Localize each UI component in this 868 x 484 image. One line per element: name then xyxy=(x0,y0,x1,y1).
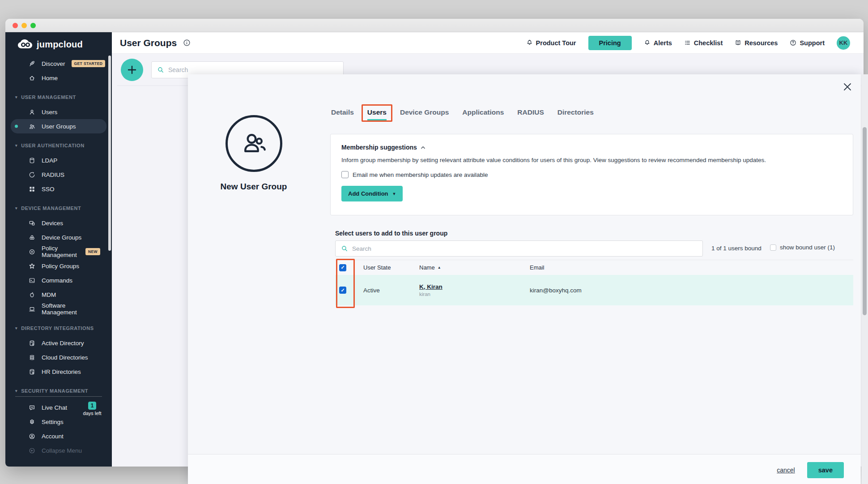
sidebar-item-label: Users xyxy=(42,109,57,116)
chevron-down-icon: ▾ xyxy=(15,389,17,393)
sidebar-section-directory-integrations[interactable]: ▾ DIRECTORY INTEGRATIONS xyxy=(5,321,112,336)
pricing-button[interactable]: Pricing xyxy=(588,36,632,50)
desktop: jumpcloud Discover GET STARTED Home ▾ U xyxy=(0,0,868,484)
close-icon[interactable] xyxy=(842,81,853,92)
sidebar-item-policy-groups[interactable]: Policy Groups xyxy=(11,259,106,273)
sidebar-divider xyxy=(15,396,102,397)
jumpcloud-logo[interactable]: jumpcloud xyxy=(17,39,83,50)
checklist-icon xyxy=(684,39,691,46)
email-updates-checkbox[interactable] xyxy=(341,171,349,178)
sidebar-item-ldap[interactable]: LDAP xyxy=(11,153,106,167)
groups-search-input[interactable] xyxy=(168,66,338,73)
scrollbar-thumb[interactable] xyxy=(863,127,867,315)
sidebar-item-software-management[interactable]: Software Management xyxy=(11,302,106,316)
rocket-icon xyxy=(29,60,35,67)
sidebar-item-label: Settings xyxy=(42,419,64,425)
select-all-checkbox[interactable]: ✓ xyxy=(339,264,346,271)
membership-suggestions-header[interactable]: Membership suggestions xyxy=(341,144,842,151)
close-window-button[interactable] xyxy=(13,23,18,28)
tab-radius[interactable]: RADIUS xyxy=(517,108,544,120)
directory-database-icon xyxy=(29,340,35,347)
sidebar-item-active-directory[interactable]: Active Directory xyxy=(11,336,106,350)
user-name-link[interactable]: K, Kiran xyxy=(419,283,443,290)
sidebar-item-radius[interactable]: RADIUS xyxy=(11,167,106,182)
tab-details[interactable]: Details xyxy=(331,108,354,120)
sidebar-scrollbar[interactable] xyxy=(108,56,111,251)
tab-users[interactable]: Users xyxy=(367,108,387,120)
cancel-button[interactable]: cancel xyxy=(777,467,795,474)
sort-ascending-icon: ▲ xyxy=(438,266,441,270)
radius-icon xyxy=(29,171,35,178)
sidebar-item-collapse-menu[interactable]: Collapse Menu xyxy=(11,443,106,458)
devices-icon xyxy=(29,220,35,227)
sidebar-item-device-groups[interactable]: Device Groups xyxy=(11,230,106,244)
sidebar-item-label: Devices xyxy=(42,220,63,227)
sidebar-item-devices[interactable]: Devices xyxy=(11,216,106,230)
sidebar-item-cloud-directories[interactable]: Cloud Directories xyxy=(11,350,106,364)
device-group-icon xyxy=(29,234,35,241)
tour-bell-icon xyxy=(526,39,533,46)
sidebar-item-label: RADIUS xyxy=(42,171,64,178)
sidebar-item-home[interactable]: Home xyxy=(11,71,106,85)
zoom-window-button[interactable] xyxy=(30,23,36,28)
cloud-logo-icon xyxy=(17,39,33,50)
add-condition-button[interactable]: Add Condition ▼ xyxy=(341,186,403,201)
column-email[interactable]: Email xyxy=(530,264,853,271)
tab-bar: Details Users Device Groups Applications… xyxy=(331,108,594,120)
sidebar-item-hr-directories[interactable]: HR Directories xyxy=(11,364,106,379)
users-bound-summary: 1 of 1 users bound xyxy=(711,245,762,252)
sidebar-item-users[interactable]: Users xyxy=(11,105,106,119)
trial-count-badge: 1 xyxy=(88,402,97,410)
sidebar-item-label: Account xyxy=(42,433,64,440)
add-user-group-button[interactable] xyxy=(121,59,143,81)
save-button[interactable]: save xyxy=(807,462,844,478)
tab-directories[interactable]: Directories xyxy=(557,108,594,120)
sidebar-item-mdm[interactable]: MDM xyxy=(11,287,106,302)
tab-applications[interactable]: Applications xyxy=(462,108,504,120)
resources-button[interactable]: Resources xyxy=(735,39,778,47)
sidebar-section-security-management[interactable]: ▾ SECURITY MANAGEMENT xyxy=(5,383,112,396)
trial-days-left: 1 days left xyxy=(79,401,106,416)
sidebar-section-user-management[interactable]: ▾ USER MANAGEMENT xyxy=(5,90,112,105)
checklist-button[interactable]: Checklist xyxy=(684,39,723,47)
support-button[interactable]: Support xyxy=(790,39,825,47)
sidebar-section-user-authentication[interactable]: ▾ USER AUTHENTICATION xyxy=(5,138,112,153)
email-updates-label: Email me when membership updates are ava… xyxy=(353,171,488,178)
sidebar-item-sso[interactable]: SSO xyxy=(11,182,106,196)
sidebar-item-label: SSO xyxy=(42,186,55,193)
info-icon[interactable] xyxy=(183,39,191,47)
sidebar-item-account[interactable]: Account xyxy=(11,429,106,443)
table-row[interactable]: ✓ Active K, Kiran kiran kiran@boxyhq.com xyxy=(335,275,853,305)
sidebar-item-user-groups[interactable]: User Groups xyxy=(11,119,106,133)
user-group-icon xyxy=(240,130,268,158)
user-search-input[interactable] xyxy=(352,245,697,252)
account-icon xyxy=(29,433,35,440)
group-title: New User Group xyxy=(196,182,312,192)
column-user-state[interactable]: User State xyxy=(363,264,419,271)
window-scrollbar[interactable] xyxy=(861,74,868,484)
logo-text: jumpcloud xyxy=(37,39,83,50)
alerts-button[interactable]: Alerts xyxy=(644,39,672,47)
username-text: kiran xyxy=(419,291,430,297)
row-checkbox[interactable]: ✓ xyxy=(339,287,346,294)
sidebar-item-label: Collapse Menu xyxy=(42,447,82,454)
sidebar-item-policy-management[interactable]: Policy Management NEW xyxy=(11,244,106,259)
user-icon xyxy=(29,109,35,116)
sidebar-item-commands[interactable]: Commands xyxy=(11,273,106,287)
column-name[interactable]: Name ▲ xyxy=(419,264,530,271)
user-search-box[interactable] xyxy=(335,240,703,257)
product-tour-button[interactable]: Product Tour xyxy=(526,39,576,47)
minimize-window-button[interactable] xyxy=(21,23,27,28)
sidebar-item-discover[interactable]: Discover GET STARTED xyxy=(11,56,106,71)
sidebar-item-label: HR Directories xyxy=(42,368,81,375)
sidebar-item-settings[interactable]: Settings xyxy=(11,415,106,429)
window-titlebar xyxy=(5,19,864,32)
sidebar-section-device-management[interactable]: ▾ DEVICE MANAGEMENT xyxy=(5,201,112,216)
book-icon xyxy=(735,39,741,46)
user-avatar[interactable]: KK xyxy=(837,36,850,50)
show-bound-checkbox[interactable] xyxy=(770,244,776,251)
tab-device-groups[interactable]: Device Groups xyxy=(400,108,449,120)
sidebar-item-label: Device Groups xyxy=(42,234,81,241)
sidebar-item-label: Active Directory xyxy=(42,340,84,347)
search-icon xyxy=(341,245,348,252)
